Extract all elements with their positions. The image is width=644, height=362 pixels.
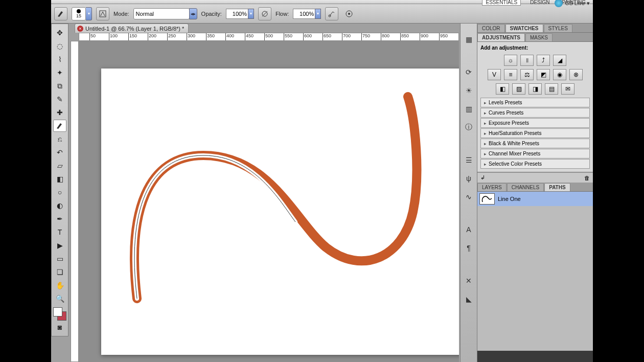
tab-swatches[interactable]: SWATCHES <box>505 24 543 32</box>
ruler-tick: 950 <box>439 33 448 41</box>
crop-tool[interactable]: ⧉ <box>53 80 66 92</box>
curves-icon[interactable]: ⤴ <box>537 55 550 66</box>
brush-picker-arrow[interactable]: ▾ <box>86 7 92 20</box>
color-swatches[interactable] <box>53 307 66 321</box>
foreground-color[interactable] <box>53 307 62 316</box>
preset-item[interactable]: Hue/Saturation Presets <box>480 128 590 138</box>
workspace-tab-essentials[interactable]: ESSENTIALS <box>482 0 521 6</box>
hue-sat-icon[interactable]: ≡ <box>504 69 517 80</box>
blur-tool[interactable]: ○ <box>53 186 66 198</box>
marquee-tool[interactable]: ◌ <box>53 40 66 52</box>
actions-icon[interactable]: ☀ <box>463 85 474 96</box>
history-icon[interactable]: ⟳ <box>463 66 474 78</box>
blend-mode-select[interactable]: Normal <box>133 8 190 19</box>
blend-mode-arrow[interactable]: ◂▸ <box>189 8 197 19</box>
color-balance-icon[interactable]: ⚖ <box>520 69 534 80</box>
paths-footer <box>477 351 593 362</box>
clip-icon[interactable]: ↲ <box>480 174 485 181</box>
flow-arrow[interactable]: ▾ <box>315 9 321 19</box>
opacity-input[interactable]: 100% <box>226 9 248 19</box>
photo-filter-icon[interactable]: ◉ <box>553 69 566 80</box>
layers-dock-icon[interactable]: ☰ <box>463 154 474 166</box>
tablet-opacity-icon[interactable] <box>258 7 271 20</box>
posterize-icon[interactable]: ▨ <box>512 83 525 95</box>
type-tool[interactable]: T <box>53 226 66 238</box>
adjustments-heading: Add an adjustment: <box>480 45 590 51</box>
path-item[interactable]: Line One <box>477 192 593 206</box>
tool-presets-icon[interactable]: ✕ <box>463 275 474 286</box>
tab-channels[interactable]: CHANNELS <box>507 183 544 191</box>
path-thumbnail <box>479 193 495 205</box>
brush-panel-toggle[interactable] <box>96 7 109 20</box>
preset-item[interactable]: Black & White Presets <box>480 139 590 148</box>
hand-tool[interactable]: ✋ <box>53 279 66 291</box>
quick-mask-icon[interactable]: ◙ <box>53 321 66 333</box>
opacity-label: Opacity: <box>201 11 222 17</box>
eyedropper-tool[interactable]: ✎ <box>53 93 66 105</box>
canvas-viewport[interactable] <box>79 41 459 362</box>
tab-adjustments[interactable]: ADJUSTMENTS <box>477 33 525 41</box>
opacity-value: 100% <box>233 11 247 17</box>
selective-color-icon[interactable]: ✉ <box>561 83 574 95</box>
levels-icon[interactable]: ⫴ <box>520 55 534 66</box>
preset-item[interactable]: Exposure Presets <box>480 118 590 128</box>
close-icon[interactable]: × <box>77 26 83 32</box>
workspace-tab-design[interactable]: DESIGN <box>527 0 553 5</box>
document-tab[interactable]: × Untitled-1 @ 66.7% (Layer 1, RGB/8*) * <box>75 24 189 33</box>
quick-select-tool[interactable]: ✦ <box>53 66 66 79</box>
trash-icon[interactable]: 🗑 <box>584 175 590 181</box>
lasso-tool[interactable]: ⌇ <box>53 53 66 65</box>
brush-presets-icon[interactable]: ◣ <box>463 293 474 305</box>
histogram-icon[interactable]: ▥ <box>463 103 474 115</box>
shape-tool[interactable]: ▭ <box>53 253 66 265</box>
bw-icon[interactable]: ◩ <box>537 69 550 80</box>
flow-input[interactable]: 100% <box>293 9 315 19</box>
preset-item[interactable]: Selective Color Presets <box>480 159 590 169</box>
tab-masks[interactable]: MASKS <box>525 33 553 41</box>
preset-item[interactable]: Channel Mixer Presets <box>480 149 590 159</box>
info-icon[interactable]: ⓘ <box>463 122 474 133</box>
airbrush-icon[interactable] <box>325 7 338 20</box>
preset-item[interactable]: Levels Presets <box>480 98 590 107</box>
healing-tool[interactable]: ✚ <box>53 106 66 119</box>
tab-styles[interactable]: STYLES <box>544 24 572 32</box>
brightness-icon[interactable]: ☼ <box>504 55 517 66</box>
vibrance-icon[interactable]: V <box>488 69 501 80</box>
flow-label: Flow: <box>275 11 289 17</box>
move-tool[interactable]: ✥ <box>53 27 66 39</box>
gradient-tool[interactable]: ◧ <box>53 173 66 185</box>
brush-preview[interactable]: 15 <box>72 7 86 20</box>
ruler-tick: 600 <box>303 33 312 41</box>
tab-paths[interactable]: PATHS <box>544 183 570 191</box>
tool-preset-picker[interactable] <box>54 7 67 20</box>
mini-bridge-icon[interactable]: ▦ <box>463 34 474 45</box>
3d-tool[interactable]: ❏ <box>53 266 66 278</box>
paragraph-icon[interactable]: ¶ <box>463 242 474 254</box>
canvas[interactable] <box>101 69 459 355</box>
exposure-icon[interactable]: ◢ <box>553 55 566 66</box>
preset-item[interactable]: Curves Presets <box>480 108 590 118</box>
adjustments-panel: Add an adjustment: ☼ ⫴ ⤴ ◢ V ≡ ⚖ ◩ ◉ ⊗ ◧ <box>477 42 593 172</box>
cs-live[interactable]: CS Live ▾ <box>555 0 590 7</box>
pen-tool[interactable]: ✒ <box>53 213 66 225</box>
tablet-size-icon[interactable] <box>342 7 356 20</box>
zoom-tool[interactable]: 🔍 <box>53 292 66 305</box>
eraser-tool[interactable]: ▱ <box>53 160 66 172</box>
path-select-tool[interactable]: ▶ <box>53 239 66 252</box>
stamp-tool[interactable]: ⎌ <box>53 133 66 145</box>
opacity-arrow[interactable]: ▾ <box>248 9 254 19</box>
tab-layers[interactable]: LAYERS <box>477 183 507 191</box>
tab-color[interactable]: COLOR <box>477 24 505 32</box>
threshold-icon[interactable]: ◨ <box>528 83 542 95</box>
channel-mixer-icon[interactable]: ⊗ <box>569 69 583 80</box>
paths-dock-icon[interactable]: ∿ <box>463 191 474 202</box>
history-brush-tool[interactable]: ↶ <box>53 146 66 159</box>
ruler-tick: 450 <box>245 33 254 41</box>
paths-empty-area[interactable] <box>477 206 593 351</box>
brush-tool[interactable] <box>53 120 66 132</box>
character-icon[interactable]: A <box>463 224 474 235</box>
gradient-map-icon[interactable]: ▤ <box>545 83 558 95</box>
channels-dock-icon[interactable]: ψ <box>463 173 474 184</box>
dodge-tool[interactable]: ◐ <box>53 199 66 212</box>
invert-icon[interactable]: ◧ <box>496 83 509 95</box>
